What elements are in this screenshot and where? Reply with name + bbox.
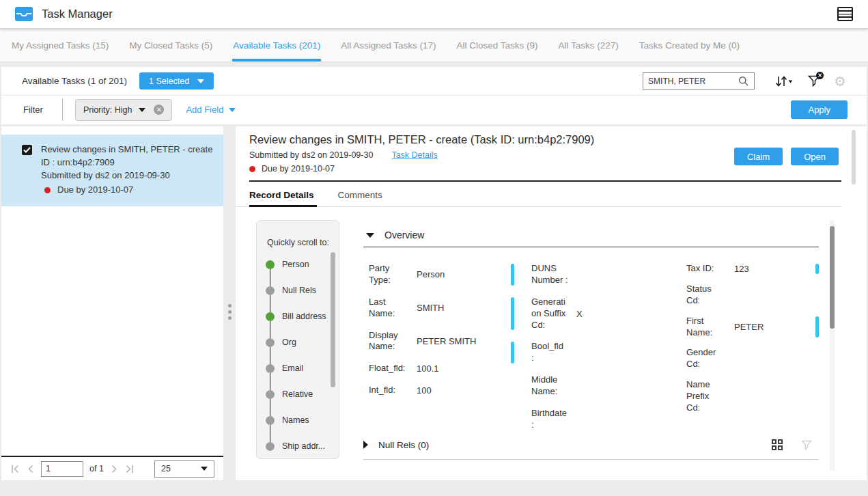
record-scrollbar-thumb[interactable] <box>830 226 835 329</box>
quick-scroll-item-names[interactable]: Names <box>266 407 339 433</box>
filter-funnel-disabled-icon[interactable] <box>801 440 812 450</box>
pagination-bar: of 1 25 <box>1 456 223 480</box>
app-header: Task Manager <box>0 0 868 29</box>
task-details-link[interactable]: Task Details <box>391 150 437 160</box>
task-list-panel: Review changes in SMITH, PETER - create … <box>1 126 223 480</box>
task-checkbox[interactable] <box>22 145 32 155</box>
tab-all-assigned-tasks[interactable]: All Assigned Tasks (17) <box>331 29 446 61</box>
expand-triangle-icon <box>363 441 368 449</box>
quick-scroll-item-ship-address[interactable]: Ship addr... <box>266 433 339 459</box>
priority-filter-chip[interactable]: Priority: High ✕ <box>75 99 173 121</box>
field-bool-fld: Bool_fld : <box>511 341 686 364</box>
quick-scroll-item-person[interactable]: Person <box>266 251 339 277</box>
changed-field-bar <box>815 264 819 274</box>
list-title: Available Tasks (1 of 201) <box>22 76 127 86</box>
quick-scroll-item-relative[interactable]: Relative <box>266 381 339 407</box>
tab-all-closed-tasks[interactable]: All Closed Tasks (9) <box>447 29 548 61</box>
task-list-item[interactable]: Review changes in SMITH, PETER - create … <box>1 135 223 206</box>
search-icon[interactable] <box>738 76 749 87</box>
field-int-fld: Int_fld: 100 <box>369 385 511 396</box>
last-page-icon[interactable] <box>124 464 135 474</box>
task-tab-bar: My Assigned Tasks (15) My Closed Tasks (… <box>0 29 868 62</box>
chevron-down-icon <box>201 467 208 471</box>
detail-due-row: Due by 2019-10-07 <box>249 164 853 174</box>
overdue-dot-icon <box>249 166 255 172</box>
clear-filter-funnel-icon[interactable]: ✕ <box>808 75 820 87</box>
tab-all-tasks[interactable]: All Tasks (227) <box>548 29 629 61</box>
changed-field-bar <box>511 342 514 363</box>
selected-dropdown-button[interactable]: 1 Selected <box>139 72 214 89</box>
sort-icon[interactable] <box>775 75 793 87</box>
detail-panel-scrollbar-thumb[interactable] <box>852 130 856 184</box>
divider <box>62 98 63 121</box>
chevron-down-icon <box>229 108 236 112</box>
field-status-cd: Status Cd: <box>686 284 819 307</box>
drag-handle-icon <box>228 304 232 320</box>
section-dot-icon <box>266 364 275 373</box>
overview-section-header[interactable]: Overview <box>363 227 819 240</box>
divider <box>249 180 841 182</box>
apply-button[interactable]: Apply <box>791 100 848 119</box>
add-field-label: Add Field <box>186 105 223 115</box>
detail-title: Review changes in SMITH, PETER - create … <box>249 133 853 146</box>
quick-scroll-item-bill-address[interactable]: Bill address <box>266 303 339 329</box>
chevron-down-icon <box>197 79 204 83</box>
selected-count-label: 1 Selected <box>149 77 189 86</box>
page-size-select[interactable]: 25 <box>154 460 214 478</box>
field-column-3: Tax ID: 123 Status Cd: First Name: PETER… <box>686 263 819 441</box>
quick-scroll-title: Quickly scroll to: <box>257 221 339 247</box>
collapse-triangle-icon <box>366 233 374 238</box>
page-number-input[interactable] <box>41 461 83 477</box>
quick-scroll-item-null-rels[interactable]: Null Rels <box>266 277 339 303</box>
null-rels-section-header[interactable]: Null Rels (0) <box>363 439 819 450</box>
tab-my-assigned-tasks[interactable]: My Assigned Tasks (15) <box>1 29 119 61</box>
previous-page-icon[interactable] <box>27 464 35 474</box>
changed-field-bar <box>511 264 514 286</box>
page-size-value: 25 <box>161 464 171 473</box>
field-name-prefix-cd: Name Prefix Cd: <box>686 379 819 414</box>
detail-header: Review changes in SMITH, PETER - create … <box>236 126 867 174</box>
detail-actions: Claim Open <box>734 148 839 165</box>
toolbar-row: Available Tasks (1 of 201) 1 Selected <box>1 67 867 96</box>
app-menu-icon[interactable] <box>837 7 853 21</box>
tab-my-closed-tasks[interactable]: My Closed Tasks (5) <box>119 29 223 61</box>
tab-comments[interactable]: Comments <box>338 190 382 206</box>
task-due: Due by 2019-10-07 <box>57 184 133 197</box>
quick-scroll-item-email[interactable]: Email <box>266 355 339 381</box>
tab-record-details[interactable]: Record Details <box>249 190 314 206</box>
changed-field-bar <box>815 316 819 338</box>
clear-filter-badge-icon: ✕ <box>816 72 824 79</box>
section-tools <box>772 439 819 450</box>
field-float-fld: Float_fld: 100.1 <box>369 363 511 374</box>
toolbar-panel: Available Tasks (1 of 201) 1 Selected <box>1 67 867 124</box>
app-title: Task Manager <box>42 8 113 20</box>
quick-scroll-item-org[interactable]: Org <box>266 329 339 355</box>
matrix-view-icon[interactable] <box>772 439 783 450</box>
panel-splitter[interactable] <box>223 126 236 480</box>
tab-available-tasks[interactable]: Available Tasks (201) <box>223 29 331 61</box>
record-tabs: Record Details Comments <box>236 190 841 207</box>
task-due-line: Due by 2019-10-07 <box>41 184 212 197</box>
field-gender-cd: Gender Cd: <box>686 347 819 370</box>
search-box <box>643 72 755 89</box>
open-button[interactable]: Open <box>791 148 839 165</box>
overview-title: Overview <box>384 230 424 240</box>
null-rels-label: Null Rels (0) <box>378 440 429 450</box>
settings-gear-icon[interactable]: ⚙ <box>834 74 846 88</box>
filter-row: Filter Priority: High ✕ Add Field Apply <box>1 96 867 124</box>
first-page-icon[interactable] <box>10 464 20 474</box>
add-field-dropdown[interactable]: Add Field <box>186 105 236 115</box>
page-count-label: of 1 <box>89 464 104 473</box>
detail-due: Due by 2019-10-07 <box>262 164 335 174</box>
chevron-down-icon <box>139 108 145 112</box>
remove-filter-icon[interactable]: ✕ <box>154 105 164 115</box>
quick-scroll-scrollbar[interactable] <box>331 252 335 387</box>
tab-tasks-created-by-me[interactable]: Tasks Created by Me (0) <box>629 29 750 61</box>
filter-label: Filter <box>23 105 43 115</box>
field-generation-suffix-cd: Generation Suffix Cd: X <box>511 297 686 331</box>
detail-submitted: Submitted by ds2 on 2019-09-30 <box>249 150 373 160</box>
divider <box>363 247 819 247</box>
search-input[interactable] <box>648 77 738 86</box>
claim-button[interactable]: Claim <box>734 148 783 165</box>
next-page-icon[interactable] <box>110 464 118 474</box>
